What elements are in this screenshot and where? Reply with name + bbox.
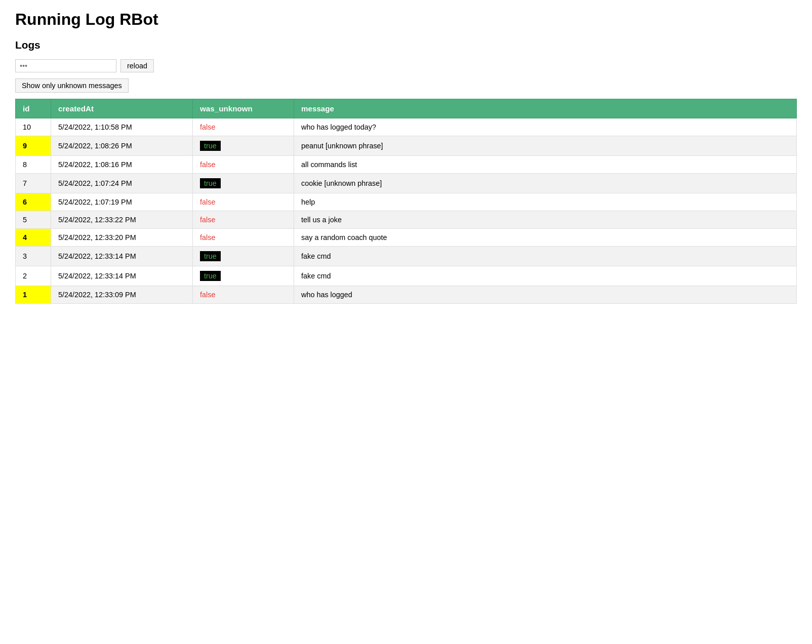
cell-createdat: 5/24/2022, 1:10:58 PM <box>51 118 193 136</box>
cell-id: 9 <box>16 136 51 156</box>
cell-was-unknown: true <box>193 136 294 156</box>
cell-createdat: 5/24/2022, 12:33:09 PM <box>51 286 193 304</box>
table-row: 65/24/2022, 1:07:19 PMfalsehelp <box>16 193 797 211</box>
cell-id: 1 <box>16 286 51 304</box>
cell-id: 10 <box>16 118 51 136</box>
cell-createdat: 5/24/2022, 12:33:20 PM <box>51 229 193 247</box>
cell-message: help <box>294 193 797 211</box>
section-title: Logs <box>15 39 797 51</box>
cell-message: who has logged today? <box>294 118 797 136</box>
col-header-id: id <box>16 99 51 118</box>
cell-id: 5 <box>16 211 51 229</box>
search-input[interactable] <box>15 59 116 72</box>
cell-was-unknown: false <box>193 156 294 174</box>
table-row: 105/24/2022, 1:10:58 PMfalsewho has logg… <box>16 118 797 136</box>
cell-was-unknown: false <box>193 193 294 211</box>
cell-was-unknown: false <box>193 229 294 247</box>
table-row: 45/24/2022, 12:33:20 PMfalsesay a random… <box>16 229 797 247</box>
cell-message: fake cmd <box>294 247 797 266</box>
cell-createdat: 5/24/2022, 1:08:26 PM <box>51 136 193 156</box>
cell-createdat: 5/24/2022, 12:33:22 PM <box>51 211 193 229</box>
table-row: 95/24/2022, 1:08:26 PMtruepeanut [unknow… <box>16 136 797 156</box>
cell-was-unknown: true <box>193 174 294 193</box>
logs-table: id createdAt was_unknown message 105/24/… <box>15 99 797 304</box>
cell-id: 8 <box>16 156 51 174</box>
table-row: 25/24/2022, 12:33:14 PMtruefake cmd <box>16 266 797 286</box>
cell-createdat: 5/24/2022, 12:33:14 PM <box>51 266 193 286</box>
cell-message: say a random coach quote <box>294 229 797 247</box>
table-row: 35/24/2022, 12:33:14 PMtruefake cmd <box>16 247 797 266</box>
cell-message: fake cmd <box>294 266 797 286</box>
cell-createdat: 5/24/2022, 1:08:16 PM <box>51 156 193 174</box>
table-row: 75/24/2022, 1:07:24 PMtruecookie [unknow… <box>16 174 797 193</box>
cell-id: 4 <box>16 229 51 247</box>
cell-was-unknown: true <box>193 247 294 266</box>
cell-message: peanut [unknown phrase] <box>294 136 797 156</box>
col-header-message: message <box>294 99 797 118</box>
cell-message: who has logged <box>294 286 797 304</box>
cell-message: all commands list <box>294 156 797 174</box>
cell-was-unknown: false <box>193 211 294 229</box>
cell-id: 3 <box>16 247 51 266</box>
cell-was-unknown: false <box>193 118 294 136</box>
col-header-was-unknown: was_unknown <box>193 99 294 118</box>
table-header: id createdAt was_unknown message <box>16 99 797 118</box>
cell-createdat: 5/24/2022, 12:33:14 PM <box>51 247 193 266</box>
table-body: 105/24/2022, 1:10:58 PMfalsewho has logg… <box>16 118 797 304</box>
toolbar: reload <box>15 59 797 72</box>
table-row: 15/24/2022, 12:33:09 PMfalsewho has logg… <box>16 286 797 304</box>
page-title: Running Log RBot <box>15 10 797 29</box>
filter-unknown-button[interactable]: Show only unknown messages <box>15 78 129 93</box>
cell-was-unknown: false <box>193 286 294 304</box>
cell-id: 7 <box>16 174 51 193</box>
table-row: 55/24/2022, 12:33:22 PMfalsetell us a jo… <box>16 211 797 229</box>
cell-createdat: 5/24/2022, 1:07:19 PM <box>51 193 193 211</box>
cell-message: cookie [unknown phrase] <box>294 174 797 193</box>
col-header-createdat: createdAt <box>51 99 193 118</box>
cell-id: 2 <box>16 266 51 286</box>
table-row: 85/24/2022, 1:08:16 PMfalseall commands … <box>16 156 797 174</box>
cell-was-unknown: true <box>193 266 294 286</box>
cell-createdat: 5/24/2022, 1:07:24 PM <box>51 174 193 193</box>
cell-id: 6 <box>16 193 51 211</box>
reload-button[interactable]: reload <box>120 59 154 72</box>
cell-message: tell us a joke <box>294 211 797 229</box>
